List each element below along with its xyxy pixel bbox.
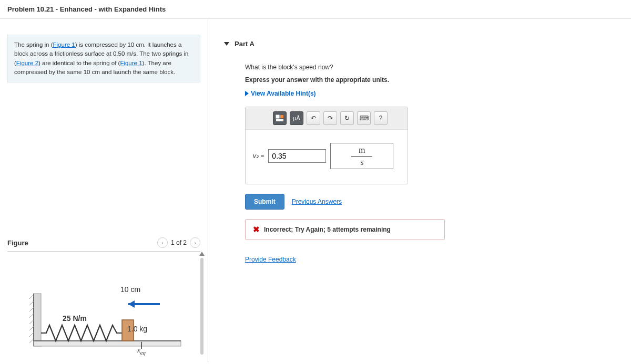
view-hints-link[interactable]: View Available Hint(s) [245, 90, 615, 97]
answer-toolbar: μÅ ↶ ↷ ↻ ⌨ ? [246, 107, 408, 130]
figure-spring-constant: 25 N/m [63, 314, 87, 323]
answer-value-input[interactable] [268, 149, 326, 163]
feedback-message: ✖ Incorrect; Try Again; 5 attempts remai… [245, 219, 445, 240]
hints-label: View Available Hint(s) [251, 90, 316, 97]
part-label: Part A [235, 40, 255, 48]
svg-line-10 [29, 332, 34, 337]
submit-row: Submit Previous Answers [245, 194, 615, 210]
reset-button[interactable]: ↻ [340, 111, 354, 125]
figure-xeq-label: xeq [137, 346, 146, 356]
submit-button[interactable]: Submit [245, 194, 284, 210]
right-column: Part A What is the block's speed now? Ex… [208, 19, 631, 362]
svg-rect-0 [34, 294, 41, 346]
svg-marker-14 [128, 300, 135, 308]
svg-rect-16 [276, 115, 279, 118]
caret-down-icon [224, 42, 229, 46]
figure-diagram [23, 262, 191, 357]
figure-dimension-label: 10 cm [120, 285, 140, 294]
unit-denominator: s [360, 158, 363, 167]
figure-label: Figure [7, 239, 28, 247]
svg-line-9 [29, 326, 34, 330]
svg-line-7 [29, 314, 34, 318]
answer-unit-input[interactable]: m s [330, 143, 393, 169]
prompt-text: ) are identical to the spring of ( [38, 60, 120, 66]
svg-line-11 [29, 339, 34, 343]
page-title: Problem 10.21 - Enhanced - with Expanded… [0, 0, 631, 19]
incorrect-icon: ✖ [253, 225, 260, 234]
figure-1-link[interactable]: Figure 1 [53, 41, 75, 48]
svg-line-4 [29, 295, 34, 299]
previous-answers-link[interactable]: Previous Answers [292, 198, 342, 205]
keyboard-button[interactable]: ⌨ [357, 111, 371, 125]
template-button[interactable] [273, 111, 287, 125]
scroll-up-icon [199, 252, 205, 256]
part-header[interactable]: Part A [224, 40, 615, 48]
scroll-track[interactable] [200, 258, 203, 355]
svg-line-6 [29, 307, 34, 311]
problem-prompt: The spring in (Figure 1) is compressed b… [7, 35, 200, 82]
help-button[interactable]: ? [374, 111, 388, 125]
prompt-text: The spring in ( [14, 41, 53, 48]
fraction-line [351, 156, 372, 157]
figure-1-link-b[interactable]: Figure 1 [120, 60, 142, 66]
svg-line-5 [29, 301, 34, 305]
svg-rect-18 [276, 119, 283, 121]
feedback-text: Incorrect; Try Again; 5 attempts remaini… [264, 226, 391, 233]
answer-panel: μÅ ↶ ↷ ↻ ⌨ ? v₂ = m s [245, 107, 408, 184]
units-button[interactable]: μÅ [290, 111, 303, 125]
question-text: What is the block's speed now? [245, 64, 615, 71]
figure-body: 10 cm 25 N/m 1.0 kg xeq [7, 252, 200, 357]
caret-right-icon [245, 91, 249, 96]
provide-feedback-link[interactable]: Provide Feedback [245, 256, 296, 263]
figure-scrollbar[interactable] [199, 252, 205, 357]
figure-header: Figure ‹ 1 of 2 › [7, 237, 200, 252]
svg-rect-17 [280, 115, 283, 118]
figure-2-link[interactable]: Figure 2 [16, 60, 38, 66]
question-body: What is the block's speed now? Express y… [240, 48, 615, 263]
variable-label: v₂ = [253, 152, 264, 160]
answer-row: v₂ = m s [246, 130, 408, 184]
figure-page-indicator: 1 of 2 [171, 239, 187, 246]
figure-next-button[interactable]: › [190, 237, 200, 248]
undo-button[interactable]: ↶ [307, 111, 320, 125]
figure-mass-label: 1.0 kg [127, 325, 147, 333]
left-column: The spring in (Figure 1) is compressed b… [0, 19, 208, 362]
figure-prev-button[interactable]: ‹ [157, 237, 168, 248]
redo-button[interactable]: ↷ [323, 111, 337, 125]
question-instruction: Express your answer with the appropriate… [245, 76, 615, 84]
unit-numerator: m [359, 145, 365, 155]
svg-line-8 [29, 320, 34, 324]
main-content: The spring in (Figure 1) is compressed b… [0, 19, 631, 362]
figure-pager: ‹ 1 of 2 › [157, 237, 200, 248]
